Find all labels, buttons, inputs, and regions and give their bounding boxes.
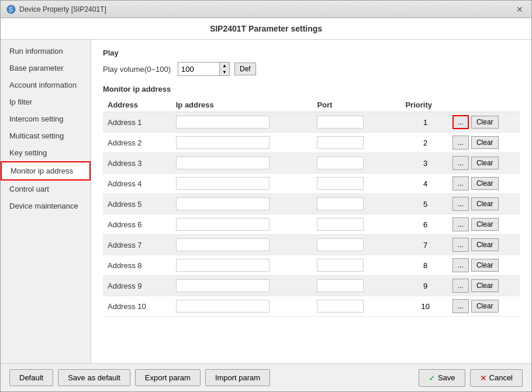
play-volume-input[interactable] — [178, 63, 219, 75]
ip-address-input-5[interactable] — [176, 197, 270, 210]
ip-address-cell-9[interactable] — [171, 276, 313, 296]
dots-button-9[interactable]: ... — [452, 279, 469, 293]
dots-button-6[interactable]: ... — [452, 217, 469, 231]
port-cell-7[interactable] — [312, 235, 400, 255]
ip-address-cell-4[interactable] — [171, 174, 313, 194]
sidebar-item-account-information[interactable]: Account information — [1, 77, 91, 93]
address-label-7: Address 7 — [103, 235, 171, 255]
dots-button-7[interactable]: ... — [452, 238, 469, 252]
col-address: Address — [103, 98, 171, 112]
cancel-label: Cancel — [489, 373, 513, 382]
address-label-10: Address 10 — [103, 296, 171, 317]
dots-button-8[interactable]: ... — [452, 258, 469, 272]
port-input-6[interactable] — [317, 218, 364, 231]
port-input-4[interactable] — [317, 177, 364, 190]
port-cell-6[interactable] — [312, 214, 400, 235]
save-as-default-button[interactable]: Save as default — [58, 369, 130, 386]
address-label-1: Address 1 — [103, 112, 171, 133]
port-cell-3[interactable] — [312, 153, 400, 174]
clear-button-6[interactable]: Clear — [471, 218, 499, 231]
ip-address-input-2[interactable] — [176, 136, 270, 149]
sidebar-item-ip-filter[interactable]: Ip filter — [1, 93, 91, 110]
dots-button-4[interactable]: ... — [452, 176, 469, 190]
dots-button-5[interactable]: ... — [452, 197, 469, 211]
spinbox-up[interactable]: ▲ — [220, 63, 229, 69]
sidebar-item-multicast-setting[interactable]: Multicast setting — [1, 127, 91, 144]
ip-address-cell-7[interactable] — [171, 235, 313, 255]
port-input-2[interactable] — [317, 136, 364, 149]
ip-address-input-4[interactable] — [176, 177, 270, 190]
clear-button-9[interactable]: Clear — [471, 279, 499, 292]
port-cell-1[interactable] — [312, 112, 400, 133]
col-priority: Priority — [400, 98, 450, 112]
ip-address-cell-6[interactable] — [171, 214, 313, 235]
clear-button-5[interactable]: Clear — [471, 197, 499, 210]
sidebar-item-key-setting[interactable]: Key setting — [1, 144, 91, 161]
content-area: Run information Base parameter Account i… — [1, 40, 531, 363]
dots-button-3[interactable]: ... — [452, 156, 469, 170]
port-input-10[interactable] — [317, 300, 364, 313]
table-row: Address 3 3 ... Clear — [103, 153, 520, 174]
port-cell-10[interactable] — [312, 296, 400, 317]
ip-address-cell-10[interactable] — [171, 296, 313, 317]
ip-address-input-8[interactable] — [176, 259, 270, 272]
clear-button-4[interactable]: Clear — [471, 177, 499, 190]
clear-button-3[interactable]: Clear — [471, 157, 499, 169]
port-cell-9[interactable] — [312, 276, 400, 296]
port-input-9[interactable] — [317, 279, 364, 292]
play-volume-spinbox[interactable]: ▲ ▼ — [178, 62, 230, 76]
table-row: Address 2 2 ... Clear — [103, 133, 520, 153]
sidebar-item-intercom-setting[interactable]: Intercom setting — [1, 110, 91, 127]
sidebar-item-run-information[interactable]: Run information — [1, 43, 91, 60]
sidebar-item-control-uart[interactable]: Control uart — [1, 181, 91, 197]
ip-address-cell-3[interactable] — [171, 153, 313, 174]
spinbox-down[interactable]: ▼ — [220, 69, 229, 75]
port-cell-4[interactable] — [312, 174, 400, 194]
close-button[interactable]: ✕ — [514, 4, 526, 15]
export-param-button[interactable]: Export param — [135, 369, 201, 386]
ip-address-cell-5[interactable] — [171, 194, 313, 214]
ip-address-input-7[interactable] — [176, 238, 270, 251]
play-volume-label: Play volume(0~100) — [103, 65, 173, 74]
main-content: Play Play volume(0~100) ▲ ▼ Def Monitor … — [91, 40, 531, 363]
default-button[interactable]: Default — [9, 369, 53, 386]
clear-button-1[interactable]: Clear — [471, 116, 499, 129]
port-cell-2[interactable] — [312, 133, 400, 153]
ip-address-input-10[interactable] — [176, 300, 270, 313]
save-button[interactable]: ✓ Save — [419, 369, 465, 387]
ip-address-input-1[interactable] — [176, 116, 270, 129]
ip-address-cell-2[interactable] — [171, 133, 313, 153]
sidebar-item-base-parameter[interactable]: Base parameter — [1, 60, 91, 77]
sidebar-item-device-maintenance[interactable]: Device maintenance — [1, 197, 91, 214]
import-param-button[interactable]: Import param — [205, 369, 270, 386]
dots-button-10[interactable]: ... — [452, 299, 469, 313]
play-section-title: Play — [103, 48, 520, 57]
dots-button-1[interactable]: ... — [452, 115, 469, 129]
port-input-1[interactable] — [317, 116, 364, 129]
port-cell-5[interactable] — [312, 194, 400, 214]
clear-button-10[interactable]: Clear — [471, 300, 499, 313]
clear-button-8[interactable]: Clear — [471, 259, 499, 272]
port-input-3[interactable] — [317, 157, 364, 169]
ip-address-input-6[interactable] — [176, 218, 270, 231]
cancel-button[interactable]: ✕ Cancel — [470, 369, 523, 387]
priority-cell-4: 4 — [400, 174, 450, 194]
def-button[interactable]: Def — [234, 63, 256, 75]
ip-address-cell-8[interactable] — [171, 255, 313, 276]
app-icon: S — [6, 5, 16, 14]
priority-cell-1: 1 — [400, 112, 450, 133]
main-window: S Device Property [SIP2401T] ✕ SIP2401T … — [0, 0, 532, 392]
ip-address-input-9[interactable] — [176, 279, 270, 292]
dots-button-2[interactable]: ... — [452, 136, 469, 150]
clear-button-2[interactable]: Clear — [471, 136, 499, 149]
ip-address-cell-1[interactable] — [171, 112, 313, 133]
clear-button-7[interactable]: Clear — [471, 238, 499, 251]
port-input-8[interactable] — [317, 259, 364, 272]
ip-address-input-3[interactable] — [176, 157, 270, 169]
port-input-7[interactable] — [317, 238, 364, 251]
priority-cell-6: 6 — [400, 214, 450, 235]
sidebar-item-monitor-ip-address[interactable]: Monitor ip address — [1, 161, 91, 181]
port-cell-8[interactable] — [312, 255, 400, 276]
col-port: Port — [312, 98, 400, 112]
port-input-5[interactable] — [317, 197, 364, 210]
